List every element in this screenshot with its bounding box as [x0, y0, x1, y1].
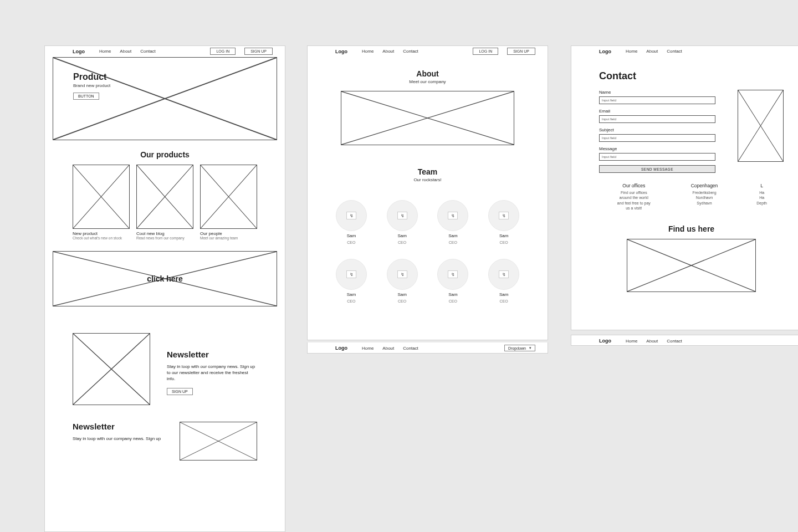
team-subtitle: Our rockstars!: [341, 177, 514, 182]
newsletter-image-placeholder: [73, 333, 150, 405]
product-title: Cool new blog: [136, 231, 193, 236]
about-title: About: [341, 69, 514, 78]
team-member[interactable]: ↯SamCEO: [488, 200, 519, 244]
logo: Logo: [335, 49, 347, 54]
office-line: Ha: [756, 195, 767, 200]
image-broken-icon: ↯: [401, 272, 404, 277]
avatar-placeholder: ↯: [336, 259, 367, 290]
product-caption: Check out what's new on stock: [73, 236, 130, 240]
team-member[interactable]: ↯SamCEO: [387, 259, 418, 303]
office-line: Ha: [756, 190, 767, 195]
contact-image-placeholder: [738, 90, 784, 162]
member-role: CEO: [449, 299, 457, 303]
newsletter-signup-button[interactable]: SIGN UP: [167, 388, 193, 395]
member-role: CEO: [347, 299, 355, 303]
team-member[interactable]: ↯SamCEO: [336, 259, 367, 303]
nav-about[interactable]: About: [382, 49, 394, 54]
signup-button[interactable]: SIGN UP: [507, 48, 535, 55]
image-broken-icon: ↯: [350, 272, 353, 277]
nav-home[interactable]: Home: [99, 49, 111, 54]
avatar-placeholder: ↯: [437, 259, 468, 290]
office-city: Copenhagen: [691, 183, 718, 188]
newsletter-title: Newsletter: [167, 350, 257, 359]
nav-contact[interactable]: Contact: [140, 49, 156, 54]
nav-contact[interactable]: Contact: [403, 346, 418, 351]
member-role: CEO: [500, 299, 508, 303]
team-member[interactable]: ↯SamCEO: [437, 200, 468, 244]
avatar-placeholder: ↯: [387, 200, 418, 231]
team-member[interactable]: ↯SamCEO: [336, 200, 367, 244]
logo: Logo: [599, 49, 611, 54]
product-title: Our people: [200, 231, 257, 236]
hero-title: Product: [73, 72, 277, 82]
name-input[interactable]: Input field: [599, 96, 715, 104]
nav-home[interactable]: Home: [362, 49, 374, 54]
nav-about[interactable]: About: [646, 339, 658, 344]
product-image-placeholder: [73, 165, 130, 229]
avatar-placeholder: ↯: [488, 259, 519, 290]
offices-intro: Our offices Find our offices around the …: [616, 183, 652, 211]
footer-dropdown[interactable]: Dropdown ▾: [504, 345, 535, 351]
click-here-label: click here: [147, 274, 183, 283]
product-caption: Read news from our company: [136, 236, 193, 240]
nav-about[interactable]: About: [646, 49, 658, 54]
member-name: Sam: [448, 233, 457, 238]
hero-subtitle: Brand new product: [73, 83, 277, 88]
product-image-placeholder: [200, 165, 257, 229]
offices-title: Our offices: [616, 183, 652, 188]
products-heading: Our products: [73, 150, 257, 159]
hero-image-placeholder: Product Brand new product BUTTON: [53, 57, 277, 140]
product-card[interactable]: New product Check out what's new on stoc…: [73, 165, 130, 240]
team-member[interactable]: ↯SamCEO: [488, 259, 519, 303]
member-name: Sam: [448, 292, 457, 297]
email-input[interactable]: Input field: [599, 115, 715, 123]
member-name: Sam: [347, 292, 356, 297]
send-message-button[interactable]: SEND MESSAGE: [599, 165, 715, 173]
member-role: CEO: [398, 299, 406, 303]
nav-home[interactable]: Home: [626, 339, 637, 344]
nav-home[interactable]: Home: [362, 346, 374, 351]
dropdown-label: Dropdown: [508, 346, 526, 350]
footer-bar: Logo Home About Contact Dropdown ▾: [308, 342, 548, 354]
member-name: Sam: [397, 233, 406, 238]
contact-form: Name Input field Email Input field Subje…: [599, 90, 715, 173]
image-broken-icon: ↯: [451, 272, 454, 277]
team-member[interactable]: ↯SamCEO: [437, 259, 468, 303]
image-broken-icon: ↯: [350, 213, 353, 218]
message-input[interactable]: Input field: [599, 153, 715, 161]
avatar-placeholder: ↯: [387, 259, 418, 290]
nav-contact[interactable]: Contact: [403, 49, 418, 54]
product-image-placeholder: [136, 165, 193, 229]
product-caption: Meet our amazing team: [200, 236, 257, 240]
image-broken-icon: ↯: [451, 213, 454, 218]
member-name: Sam: [397, 292, 406, 297]
nav-about[interactable]: About: [382, 346, 394, 351]
header-bar: Logo Home About Contact LOG IN SIGN UP: [45, 46, 285, 57]
team-title: Team: [341, 167, 514, 176]
product-card[interactable]: Our people Meet our amazing team: [200, 165, 257, 240]
signup-button[interactable]: SIGN UP: [244, 48, 273, 55]
home-frame: Logo Home About Contact LOG IN SIGN UP P…: [44, 45, 285, 532]
office-city: L: [756, 183, 767, 188]
subject-label: Subject: [599, 127, 715, 132]
login-button[interactable]: LOG IN: [210, 48, 236, 55]
offices-row: Our offices Find our offices around the …: [599, 173, 784, 211]
contact-title: Contact: [599, 70, 784, 82]
member-role: CEO: [347, 241, 355, 244]
team-member[interactable]: ↯SamCEO: [387, 200, 418, 244]
nav-home[interactable]: Home: [626, 49, 637, 54]
nav-contact[interactable]: Contact: [667, 49, 682, 54]
newsletter-body: Stay in loop with our company news. Sign…: [167, 364, 257, 382]
login-button[interactable]: LOG IN: [473, 48, 498, 55]
nav-contact[interactable]: Contact: [667, 339, 682, 344]
nav-about[interactable]: About: [120, 49, 131, 54]
header-bar: Logo Home About Contact LOG IN: [571, 46, 798, 57]
product-card[interactable]: Cool new blog Read news from our company: [136, 165, 193, 240]
office-line: Frederiksberg: [691, 190, 718, 195]
hero-cta-button[interactable]: BUTTON: [73, 93, 99, 100]
subject-input[interactable]: Input field: [599, 134, 715, 142]
avatar-placeholder: ↯: [437, 200, 468, 231]
name-label: Name: [599, 90, 715, 95]
image-broken-icon: ↯: [401, 213, 404, 218]
click-here-banner[interactable]: click here: [53, 251, 277, 306]
